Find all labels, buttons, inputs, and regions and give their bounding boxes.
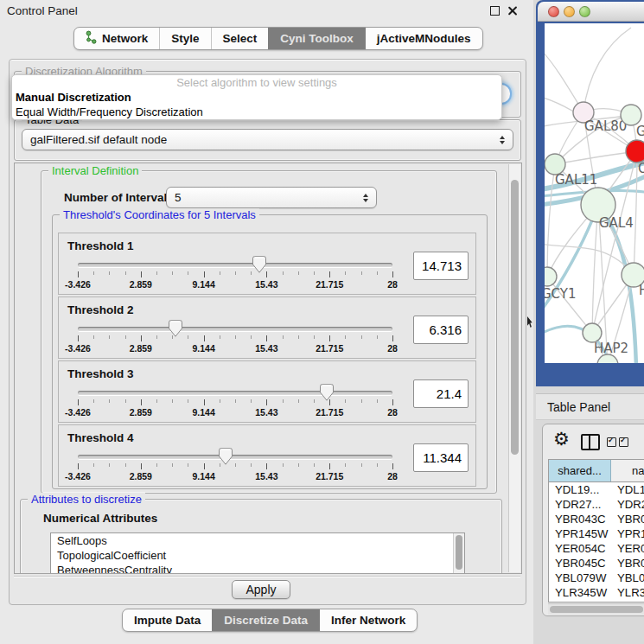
tab-network[interactable]: Network <box>74 28 159 49</box>
slider-thumb[interactable] <box>320 384 334 401</box>
tick-mark <box>392 271 393 277</box>
cell-shared-name[interactable]: YDR27... <box>549 497 611 512</box>
table-row[interactable]: YBL079WYBL0 <box>549 571 644 585</box>
checkbox-icon[interactable] <box>619 437 628 447</box>
tab-impute-data[interactable]: Impute Data <box>123 609 212 631</box>
scrollbar-thumb[interactable] <box>511 180 519 455</box>
threshold-value-field[interactable] <box>413 443 469 472</box>
slider-thumb[interactable] <box>169 320 182 337</box>
cell-shared-name[interactable]: YLR345W <box>549 585 611 600</box>
table-data-combobox[interactable]: galFiltered.sif default node <box>22 129 513 150</box>
column-header-shared-name[interactable]: shared... <box>549 460 611 481</box>
apply-button[interactable]: Apply <box>232 580 290 599</box>
cell-shared-name[interactable]: YBL079W <box>549 571 611 585</box>
threshold-slider[interactable] <box>78 391 392 395</box>
close-icon[interactable] <box>507 5 518 16</box>
tick-mark <box>109 399 110 403</box>
cell-shared-name[interactable]: YER054C <box>549 541 611 556</box>
cell-name[interactable]: YIL0 <box>611 600 644 603</box>
dropdown-option[interactable]: Manual Discretization <box>12 90 501 105</box>
cell-shared-name[interactable]: YBR043C <box>549 512 611 526</box>
tab-jactivemnodules[interactable]: jActiveMNodules <box>365 28 482 49</box>
table-row[interactable]: YDR27...YDR2 <box>549 497 644 512</box>
num-intervals-label: Number of Intervals <box>64 191 174 204</box>
network-canvas[interactable]: GAL80GACGAL11GAL4GCY1HHAP2 <box>545 23 644 363</box>
cell-name[interactable]: YLR3 <box>611 585 644 600</box>
network-window-titlebar[interactable] <box>538 2 644 22</box>
tab-discretize-data[interactable]: Discretize Data <box>212 609 319 631</box>
float-window-icon[interactable] <box>490 6 500 16</box>
network-node-hap2[interactable] <box>583 323 602 342</box>
list-scrollbar[interactable] <box>453 533 464 574</box>
application-window: Control Panel Network Style Select Cyni … <box>0 0 644 644</box>
slider-thumb[interactable] <box>252 256 266 273</box>
threshold-value-field[interactable] <box>413 316 469 344</box>
tick-mark <box>314 399 315 403</box>
tick-mark <box>298 463 299 467</box>
tick-mark <box>188 463 188 467</box>
checkbox-icon[interactable] <box>607 437 616 447</box>
dropdown-option[interactable]: Equal Width/Frequency Discretization <box>12 105 501 119</box>
column-layout-icon[interactable] <box>581 434 600 450</box>
cell-shared-name[interactable]: YPR145W <box>549 526 611 541</box>
threshold-value-field[interactable] <box>413 252 469 280</box>
tick-mark <box>329 463 330 469</box>
tick-label: 28 <box>387 407 398 418</box>
zoom-traffic-light-icon[interactable] <box>579 6 590 17</box>
network-node-ga[interactable] <box>621 105 641 125</box>
cell-name[interactable]: YDL1 <box>611 482 644 497</box>
tab-select[interactable]: Select <box>211 28 269 49</box>
column-header-name[interactable]: na <box>611 460 644 481</box>
vertical-scrollbar[interactable] <box>508 164 520 572</box>
attribute-list-item[interactable]: TopologicalCoefficient <box>51 548 464 563</box>
tab-infer-network[interactable]: Infer Network <box>319 609 417 631</box>
minimize-traffic-light-icon[interactable] <box>564 6 575 17</box>
table-row[interactable]: YER054CYER0 <box>549 541 644 556</box>
attribute-list-item[interactable]: SelfLoops <box>51 533 464 548</box>
table-header-row: shared... na <box>549 460 644 482</box>
network-node-c[interactable] <box>626 140 644 163</box>
node-label: HAP2 <box>594 341 628 356</box>
tab-style[interactable]: Style <box>159 28 210 49</box>
cell-name[interactable]: YBL0 <box>611 571 644 585</box>
cell-shared-name[interactable]: YIL052C <box>549 600 611 603</box>
table-row[interactable]: YLR345WYLR3 <box>549 585 644 600</box>
tick-mark <box>329 399 330 405</box>
tick-label: 21.715 <box>316 407 343 418</box>
table-row[interactable]: YPR145WYPR1 <box>549 526 644 541</box>
cell-name[interactable]: YER0 <box>611 541 644 556</box>
scrollbar-thumb[interactable] <box>550 606 643 613</box>
attributes-list[interactable]: SelfLoopsTopologicalCoefficientBetweenne… <box>50 532 465 574</box>
threshold-value-field[interactable] <box>413 379 469 408</box>
attribute-list-item[interactable]: BetweennessCentrality <box>51 563 464 574</box>
table-row[interactable]: YBR043CYBR0 <box>549 512 644 526</box>
threshold-slider[interactable] <box>78 327 392 331</box>
tick-label: 9.144 <box>192 407 214 418</box>
num-intervals-combobox[interactable]: 5 <box>166 187 377 208</box>
cell-name[interactable]: YPR1 <box>611 526 644 541</box>
cell-name[interactable]: YBR0 <box>611 512 644 526</box>
close-traffic-light-icon[interactable] <box>548 6 559 17</box>
horizontal-scrollbar[interactable] <box>548 603 644 615</box>
network-node-gcy1[interactable] <box>545 267 557 286</box>
cell-name[interactable]: YDR2 <box>611 497 644 512</box>
gear-icon[interactable]: ⚙ <box>553 430 570 449</box>
tick-mark <box>235 335 236 339</box>
table-row[interactable]: YBR045CYBR0 <box>549 556 644 571</box>
panel-title: Control Panel <box>7 4 78 17</box>
threshold-slider[interactable] <box>78 263 392 267</box>
cell-name[interactable]: YBR0 <box>611 556 644 571</box>
tick-mark <box>361 271 362 275</box>
cell-shared-name[interactable]: YDL19... <box>549 482 611 497</box>
threshold-panel: Threshold 3 -3.4262.8599.14415.4321.7152… <box>58 360 476 423</box>
scrollbar-thumb[interactable] <box>456 535 462 570</box>
tick-label: 2.859 <box>130 407 152 418</box>
slider-thumb[interactable] <box>219 448 233 465</box>
table-row[interactable]: YDL19...YDL1 <box>549 482 644 497</box>
tick-label: 15.43 <box>255 407 277 418</box>
tick-mark <box>172 463 173 467</box>
tab-cyni-toolbox[interactable]: Cyni Toolbox <box>268 28 365 49</box>
threshold-slider[interactable] <box>78 455 392 459</box>
cell-shared-name[interactable]: YBR045C <box>549 556 611 571</box>
table-row[interactable]: YIL052CYIL0 <box>549 600 644 603</box>
